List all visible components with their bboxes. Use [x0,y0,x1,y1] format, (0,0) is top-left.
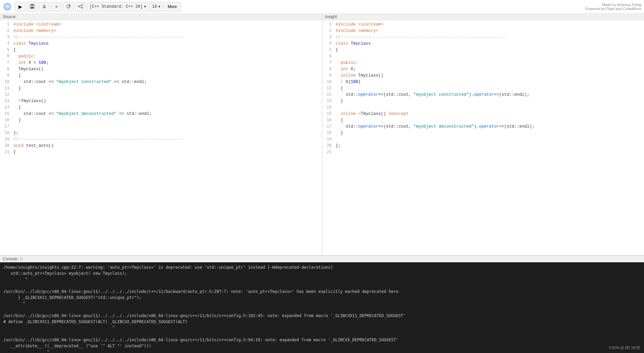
table-row: 8 int X; [322,66,644,73]
insight-label: Insight: [325,14,338,19]
line-number: 7 [322,60,334,66]
insight-code-area[interactable]: 1#include <iostream>2#include <memory>3/… [322,20,644,255]
table-row: 3//-------------------------------------… [0,34,322,41]
code-token: ). [474,124,479,129]
insight-header: Insight: [322,14,644,20]
line-number: 16 [322,117,334,124]
table-row: 10 std::cout << "myobject constructed" <… [0,79,322,85]
line-number: 5 [0,47,12,53]
code-token: #include <iostream> [13,22,61,27]
table-row: 18 } [322,130,644,136]
attribution: Made by Andreas FertigPowered by Flask a… [585,3,641,11]
svg-rect-4 [31,7,34,8]
code-token: operator [474,92,494,97]
code-token: } [358,80,361,84]
line-number: 13 [0,98,12,104]
table-row: 6 [322,53,644,60]
line-content: #include <memory> [334,28,644,34]
table-row: 5{ [0,47,322,53]
line-number: 9 [0,73,12,79]
code-token: class [336,41,351,46]
insight-pane: Insight: 1#include <iostream>2#include <… [322,14,644,255]
table-row: 17 [0,124,322,130]
code-token: <<(std::cout, [378,124,414,129]
code-token: X; [348,67,356,72]
code-token: "myobject constructed" [56,80,112,84]
table-row: 7 int X = 100; [0,60,322,66]
star-button[interactable]: ★ [51,2,62,11]
table-row: 15 std::cout << "myobject deconstructed"… [0,111,322,117]
svg-text:C: C [6,6,8,9]
std-label: [C++ Standard: C++ 20] [90,4,143,9]
code-token: int [18,60,26,65]
version-select[interactable]: 18 ▼ [150,2,162,11]
code-token: Tmyclass() [356,73,384,78]
line-content: class Tmyclass [334,41,644,47]
code-token: { [336,48,338,52]
code-token: ~Tmyclass() [356,112,389,116]
more-button[interactable]: More [164,2,180,11]
svg-point-6 [78,6,79,7]
code-token: ; [46,60,49,65]
editors-container: Source: 1#include <iostream>2#include <m… [0,14,644,256]
code-token: } [13,118,21,123]
refresh-button[interactable] [63,2,74,11]
line-number: 15 [0,111,12,117]
line-content: int X; [334,66,644,73]
source-code-area[interactable]: 1#include <iostream>2#include <memory>3/… [0,20,322,255]
code-token: 100 [351,80,359,84]
line-number: 5 [322,47,334,53]
line-number: 1 [0,21,12,28]
line-content [334,53,644,60]
run-button[interactable]: ▶ [15,2,25,11]
line-number: 8 [322,66,334,73]
line-number: 3 [322,34,334,41]
share-button[interactable] [75,2,86,11]
logo-button[interactable]: C [3,2,12,11]
code-token: } [336,99,343,103]
line-content: } [12,117,322,124]
code-token: <<(std::endl); [494,92,529,97]
logo-icon: C [4,3,11,10]
line-number: 17 [322,124,334,130]
code-token [13,54,18,59]
line-content: inline Tmyclass() [334,73,644,79]
line-number: 11 [322,85,334,92]
line-content: }; [334,143,644,149]
code-token: //--------------------------------------… [13,137,184,142]
line-content [12,92,322,98]
code-token [336,112,341,116]
code-token: operator [358,124,378,129]
line-number: 1 [322,21,334,28]
run-icon: ▶ [18,4,22,9]
table-row: 15 inline ~Tmyclass() noexcept [322,111,644,117]
code-token: <<(std::cout, [378,92,414,97]
download-icon [42,4,47,10]
code-token: { [13,150,16,155]
line-content: { [334,47,644,53]
code-token: Tmyclass [351,41,371,46]
code-token: noexcept [388,112,409,116]
save-button[interactable] [27,2,38,11]
table-row: 16 } [0,117,322,124]
line-number: 8 [0,66,12,73]
table-row: 7 public: [322,60,644,66]
version-label: 18 [152,4,157,9]
console-header: Console: ☐ [0,256,644,262]
line-content: std::cout << "myobject deconstructed" <<… [12,111,322,117]
download-button[interactable] [39,2,50,11]
code-token: int [341,67,348,72]
line-content: Tmyclass() [12,66,322,73]
line-content: public: [12,53,322,60]
code-token: std::cout << [13,80,56,84]
std-select[interactable]: [C++ Standard: C++ 20] ▼ [87,2,148,11]
line-content: { [12,149,322,156]
line-content: class Tmyclass [12,41,322,47]
code-token [13,60,18,65]
console-area[interactable]: /home/insights/insights.cpp:22:7: warnin… [0,262,644,353]
line-content: { [12,47,322,53]
code-token: { [336,86,343,91]
line-number: 14 [322,104,334,111]
code-token [336,60,341,65]
svg-point-7 [82,7,83,8]
